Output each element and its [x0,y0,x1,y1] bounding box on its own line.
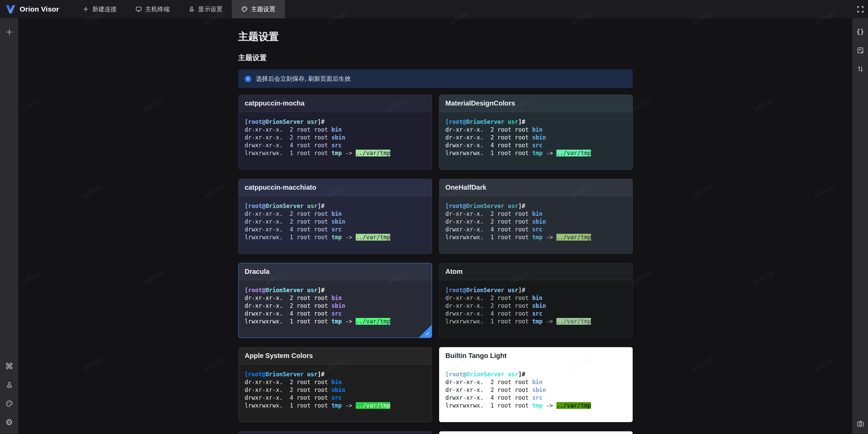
theme-card-partial[interactable] [439,431,633,434]
terminal-line: lrwxrwxrwx. 1 root root tmp -> ../var/tm… [245,318,426,325]
terminal-line: dr-xr-xr-x. 2 root root sbin [446,386,626,394]
plus-icon [6,29,13,36]
terminal-preview: [root@OrionServer usr]#dr-xr-xr-x. 2 roo… [439,280,632,332]
camera-icon [857,420,864,427]
terminal-line: lrwxrwxrwx. 1 root root tmp -> ../var/tm… [446,318,626,325]
topbar-tabs: 新建连接 主机终端 显示设置 主题设置 [73,0,285,18]
tab-label: 主机终端 [145,5,170,13]
terminal-line: [root@OrionServer usr]# [446,371,626,378]
theme-card-title: Apple System Colors [239,347,432,364]
theme-card-atom[interactable]: Atom[root@OrionServer usr]#dr-xr-xr-x. 2… [439,263,633,338]
tab-display-settings[interactable]: 显示设置 [179,0,232,18]
theme-settings-page: 主题设置 主题设置 i 选择后会立刻保存, 刷新页面后生效 catppuccin… [238,18,633,434]
sort-arrows-icon [857,65,864,73]
terminal-line: [root@OrionServer usr]# [245,118,426,126]
plus-icon [83,6,89,12]
theme-card-title: catppuccin-mocha [239,95,432,112]
main-area: 主题设置 主题设置 i 选择后会立刻保存, 刷新页面后生效 catppuccin… [18,18,852,434]
terminal-line: drwxr-xr-x. 4 root root src [245,394,426,402]
command-icon: ⌘ [5,362,14,371]
right-sidebar: {} [852,18,868,434]
theme-card-apple-system-colors[interactable]: Apple System Colors[root@OrionServer usr… [238,347,432,422]
terminal-line: drwxr-xr-x. 4 root root src [245,310,426,318]
terminal-line: dr-xr-xr-x. 2 root root bin [446,210,626,218]
braces-icon: {} [856,28,864,35]
theme-card-title: Dracula [239,263,432,280]
terminal-preview: [root@OrionServer usr]#dr-xr-xr-x. 2 roo… [239,196,432,247]
theme-card-partial[interactable] [238,431,432,434]
doc-bookmark-icon [857,47,864,54]
orion-visor-logo-icon [5,3,16,15]
theme-card-catppuccin-macchiato[interactable]: catppuccin-macchiato[root@OrionServer us… [238,179,432,254]
theme-card-title: catppuccin-macchiato [239,179,432,196]
check-icon: ✓ [426,331,430,337]
command-shortcut-button[interactable]: ⌘ [4,361,14,371]
terminal-line: dr-xr-xr-x. 2 root root bin [245,210,426,218]
app-title: Orion Visor [20,5,59,13]
terminal-line: dr-xr-xr-x. 2 root root bin [446,126,626,134]
json-view-button[interactable]: {} [855,26,865,37]
tab-label: 新建连接 [92,5,117,13]
topbar: Orion Visor 新建连接 主机终端 显示设置 主题设置 [0,0,868,18]
terminal-preview: [root@OrionServer usr]#dr-xr-xr-x. 2 roo… [439,364,632,416]
terminal-line: dr-xr-xr-x. 2 root root bin [245,378,426,386]
terminal-line: drwxr-xr-x. 4 root root src [245,141,426,149]
theme-card-title: OneHalfDark [439,179,632,196]
terminal-preview: [root@OrionServer usr]#dr-xr-xr-x. 2 roo… [239,112,432,163]
tab-theme-settings[interactable]: 主题设置 [232,0,285,18]
terminal-line: drwxr-xr-x. 4 root root src [446,310,626,318]
terminal-line: dr-xr-xr-x. 2 root root sbin [446,302,626,310]
theme-settings-button[interactable] [4,398,14,409]
app-logo: Orion Visor [0,3,64,15]
terminal-line: dr-xr-xr-x. 2 root root sbin [245,302,426,310]
add-button[interactable] [4,27,14,37]
terminal-preview: [root@OrionServer usr]#dr-xr-xr-x. 2 roo… [239,364,432,416]
theme-grid: catppuccin-mocha[root@OrionServer usr]#d… [238,95,633,434]
snippets-button[interactable] [855,45,865,55]
theme-card-materialdesigncolors[interactable]: MaterialDesignColors[root@OrionServer us… [439,95,633,170]
terminal-line: drwxr-xr-x. 4 root root src [446,141,626,149]
terminal-line: [root@OrionServer usr]# [446,118,626,126]
terminal-preview: [root@OrionServer usr]#dr-xr-xr-x. 2 roo… [239,280,432,332]
section-title: 主题设置 [238,53,633,62]
info-banner-text: 选择后会立刻保存, 刷新页面后生效 [256,75,351,83]
theme-card-builtin-tango-light[interactable]: Builtin Tango Light[root@OrionServer usr… [439,347,633,422]
tab-host-terminal[interactable]: 主机终端 [126,0,179,18]
terminal-line: [root@OrionServer usr]# [245,286,426,294]
theme-card-title: Builtin Tango Light [439,347,632,364]
screenshot-button[interactable] [855,418,865,429]
terminal-line: dr-xr-xr-x. 2 root root sbin [446,218,626,226]
sort-button[interactable] [855,64,865,74]
palette-icon [6,400,13,407]
tab-new-connection[interactable]: 新建连接 [73,0,126,18]
page-title: 主题设置 [238,30,633,44]
palette-icon [241,6,248,12]
theme-card-dracula[interactable]: Dracula[root@OrionServer usr]#dr-xr-xr-x… [238,263,432,338]
terminal-line: dr-xr-xr-x. 2 root root bin [245,126,426,134]
terminal-line: dr-xr-xr-x. 2 root root sbin [245,134,426,141]
display-settings-button[interactable] [4,380,14,390]
theme-card-catppuccin-mocha[interactable]: catppuccin-mocha[root@OrionServer usr]#d… [238,95,432,170]
terminal-line: drwxr-xr-x. 4 root root src [245,226,426,233]
terminal-line: lrwxrwxrwx. 1 root root tmp -> ../var/tm… [245,233,426,241]
terminal-line: dr-xr-xr-x. 2 root root bin [446,378,626,386]
terminal-line: dr-xr-xr-x. 2 root root sbin [245,386,426,394]
terminal-line: dr-xr-xr-x. 2 root root sbin [446,134,626,141]
terminal-line: dr-xr-xr-x. 2 root root bin [245,294,426,302]
fullscreen-button[interactable] [857,0,864,18]
terminal-preview: [root@OrionServer usr]#dr-xr-xr-x. 2 roo… [439,196,632,247]
theme-card-onehalfdark[interactable]: OneHalfDark[root@OrionServer usr]#dr-xr-… [439,179,633,254]
terminal-line: [root@OrionServer usr]# [446,286,626,294]
theme-card-title: Atom [439,263,632,280]
gear-icon: ⚙ [5,418,13,427]
tab-label: 显示设置 [198,5,222,13]
terminal-line: dr-xr-xr-x. 2 root root sbin [245,218,426,226]
fullscreen-icon [857,6,864,13]
terminal-line: [root@OrionServer usr]# [245,371,426,378]
terminal-line: lrwxrwxrwx. 1 root root tmp -> ../var/tm… [245,149,426,157]
settings-button[interactable]: ⚙ [4,417,14,427]
monitor-icon [136,6,142,12]
terminal-line: [root@OrionServer usr]# [446,202,626,210]
left-sidebar: ⌘ ⚙ [0,18,18,434]
terminal-line: dr-xr-xr-x. 2 root root bin [446,294,626,302]
